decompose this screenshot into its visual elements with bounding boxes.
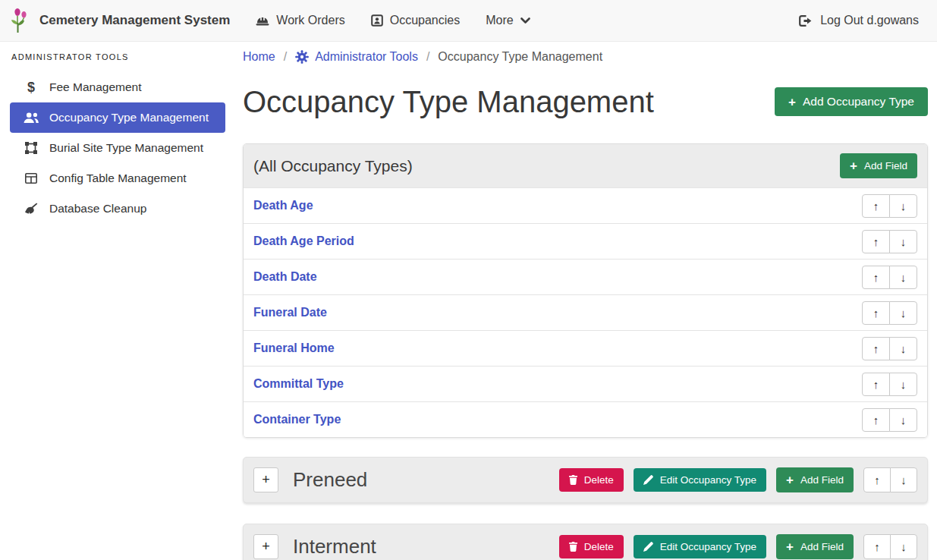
sidebar-item-label: Config Table Management (49, 171, 187, 185)
nav-label: More (486, 14, 513, 27)
move-down-button[interactable]: ↓ (889, 230, 917, 253)
move-up-button[interactable]: ↑ (862, 266, 890, 289)
portrait-icon (371, 14, 383, 27)
sidebar-item-occupancy-type-management[interactable]: Occupancy Type Management (10, 102, 225, 133)
sidebar-item-label: Database Cleanup (49, 202, 146, 216)
button-label: Add Field (800, 541, 844, 552)
top-navbar: Cemetery Management System Work Orders O… (0, 0, 937, 42)
sidebar-item-database-cleanup[interactable]: Database Cleanup (10, 193, 225, 224)
move-up-button[interactable]: ↑ (862, 337, 890, 360)
field-link-death-age-period[interactable]: Death Age Period (253, 234, 354, 248)
table-icon (23, 173, 39, 184)
move-up-button[interactable]: ↑ (862, 408, 890, 432)
edit-occupancy-type-button[interactable]: Edit Occupancy Type (634, 535, 766, 558)
field-link-death-date[interactable]: Death Date (253, 270, 317, 284)
expand-button[interactable]: + (253, 534, 278, 559)
move-up-button[interactable]: ↑ (863, 467, 891, 492)
move-up-button[interactable]: ↑ (862, 373, 890, 396)
plus-icon: + (786, 540, 794, 553)
pencil-icon (643, 542, 653, 552)
field-link-funeral-date[interactable]: Funeral Date (253, 306, 327, 319)
breadcrumb-current: Occupancy Type Management (438, 50, 602, 64)
reorder-buttons: ↑ ↓ (862, 266, 917, 289)
add-field-button[interactable]: + Add Field (840, 153, 917, 178)
sidebar-item-label: Fee Management (49, 80, 142, 94)
table-row: Death Date ↑ ↓ (244, 259, 927, 294)
breadcrumb: Home / (243, 48, 928, 66)
reorder-buttons: ↑ ↓ (862, 373, 917, 396)
nav-more[interactable]: More (486, 14, 530, 27)
section-title: Preneed (293, 468, 367, 492)
add-occupancy-type-button[interactable]: + Add Occupancy Type (775, 87, 928, 116)
field-link-committal-type[interactable]: Committal Type (253, 377, 344, 391)
table-row: Container Type ↑ ↓ (244, 401, 927, 437)
reorder-buttons: ↑ ↓ (862, 194, 917, 218)
section-actions: Delete Edit Occupancy Type + Add Field ↑ (559, 534, 917, 559)
gear-icon (295, 50, 309, 64)
chevron-down-icon (520, 17, 530, 24)
reorder-buttons: ↑ ↓ (862, 408, 917, 432)
move-up-button[interactable]: ↑ (862, 230, 890, 253)
reorder-buttons: ↑ ↓ (863, 467, 917, 492)
nav-occupancies[interactable]: Occupancies (371, 14, 461, 27)
section-title: Interment (293, 535, 376, 558)
breadcrumb-separator: / (284, 50, 287, 64)
sidebar-item-burial-site-type-management[interactable]: Burial Site Type Management (10, 133, 225, 163)
move-down-button[interactable]: ↓ (890, 467, 917, 492)
app-brand[interactable]: Cemetery Management System (11, 8, 230, 33)
move-down-button[interactable]: ↓ (890, 534, 917, 559)
trash-icon (569, 542, 577, 552)
vector-square-icon (23, 142, 39, 154)
card-header: (All Occupancy Types) + Add Field (244, 144, 927, 187)
breadcrumb-label: Administrator Tools (315, 50, 418, 64)
expand-button[interactable]: + (253, 467, 278, 492)
broom-icon (23, 203, 39, 215)
move-up-button[interactable]: ↑ (863, 534, 891, 559)
reorder-buttons: ↑ ↓ (863, 534, 917, 559)
breadcrumb-home[interactable]: Home (243, 50, 275, 64)
move-down-button[interactable]: ↓ (889, 266, 917, 289)
field-link-funeral-home[interactable]: Funeral Home (253, 341, 335, 355)
button-label: Delete (584, 474, 614, 486)
logout-button[interactable]: Log Out d.gowans (799, 14, 919, 27)
reorder-buttons: ↑ ↓ (862, 301, 917, 325)
move-up-button[interactable]: ↑ (862, 194, 890, 218)
delete-button[interactable]: Delete (559, 535, 624, 558)
logout-label: Log Out d.gowans (820, 14, 919, 27)
edit-occupancy-type-button[interactable]: Edit Occupancy Type (634, 468, 766, 492)
plus-icon: + (786, 473, 794, 486)
button-label: Delete (584, 541, 614, 552)
breadcrumb-administrator-tools[interactable]: Administrator Tools (295, 50, 418, 64)
add-field-button[interactable]: + Add Field (776, 534, 854, 559)
field-link-container-type[interactable]: Container Type (253, 413, 341, 426)
move-down-button[interactable]: ↓ (889, 301, 917, 325)
section-actions: Delete Edit Occupancy Type + Add Field ↑ (559, 467, 917, 492)
dollar-sign-icon: $ (23, 80, 39, 96)
plus-icon: + (788, 96, 796, 109)
trash-icon (569, 475, 577, 485)
move-up-button[interactable]: ↑ (862, 301, 890, 325)
sidebar-item-fee-management[interactable]: $ Fee Management (10, 72, 225, 102)
button-label: Edit Occupancy Type (660, 474, 756, 486)
move-down-button[interactable]: ↓ (889, 337, 917, 360)
field-link-death-age[interactable]: Death Age (253, 199, 313, 212)
sign-out-icon (799, 15, 813, 27)
main-nav: Work Orders Occupancies More (230, 14, 530, 27)
nav-label: Occupancies (390, 14, 461, 27)
move-down-button[interactable]: ↓ (889, 194, 917, 218)
button-label: Add Field (864, 160, 907, 171)
delete-button[interactable]: Delete (559, 468, 624, 492)
reorder-buttons: ↑ ↓ (862, 337, 917, 360)
sidebar-item-config-table-management[interactable]: Config Table Management (10, 163, 225, 193)
nav-label: Work Orders (276, 14, 344, 27)
app-title: Cemetery Management System (39, 13, 230, 28)
table-row: Funeral Home ↑ ↓ (244, 330, 927, 366)
add-field-button[interactable]: + Add Field (776, 467, 854, 492)
sidebar-heading: ADMINISTRATOR TOOLS (10, 48, 225, 72)
move-down-button[interactable]: ↓ (889, 373, 917, 396)
users-icon (23, 112, 39, 124)
button-label: Edit Occupancy Type (660, 541, 756, 552)
sidebar-item-label: Burial Site Type Management (49, 141, 203, 155)
nav-work-orders[interactable]: Work Orders (256, 14, 344, 27)
move-down-button[interactable]: ↓ (889, 408, 917, 432)
